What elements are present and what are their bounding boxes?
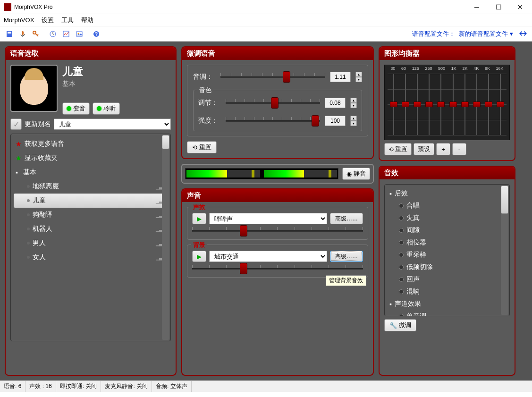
alias-label: 更新别名: [25, 120, 51, 128]
fx-group-aftereffects[interactable]: ▪后效: [388, 187, 507, 200]
bg-volume-thumb[interactable]: [240, 263, 247, 274]
menu-help[interactable]: 帮助: [81, 16, 93, 25]
window-title: MorphVOX Pro: [14, 4, 469, 10]
bg-play-button[interactable]: ▶: [192, 251, 206, 262]
pitch-label: 音调：: [193, 73, 216, 81]
strength-value[interactable]: 100: [325, 116, 346, 126]
eq-band-2k[interactable]: [463, 74, 467, 135]
fx-monotone[interactable]: 单音调: [388, 310, 507, 316]
pitch-thumb[interactable]: [283, 71, 290, 83]
tree-get-more[interactable]: ★获取更多语音: [14, 137, 168, 151]
adjust-slider[interactable]: [226, 99, 320, 107]
profile-select[interactable]: 新的语音配置文件: [459, 30, 513, 38]
scrollbar-thumb[interactable]: [162, 135, 169, 149]
tree-item-child[interactable]: 儿童▁▃▅: [14, 194, 168, 208]
alias-checkbox[interactable]: ✓: [10, 118, 22, 130]
pitch-spinner[interactable]: ▲▼: [355, 72, 362, 82]
eq-preset-button[interactable]: 预设: [414, 143, 434, 155]
tree-item-robot[interactable]: 机器人▁▃▅: [14, 222, 168, 236]
menu-tools[interactable]: 工具: [61, 16, 74, 25]
chart-icon[interactable]: [60, 28, 72, 40]
eq-band-500[interactable]: [439, 74, 443, 135]
effects-tree[interactable]: ▪后效 合唱 失真 间隙 相位器 重采样 低频切除 回声 混响 ▪声道效果 单音…: [384, 184, 510, 316]
menu-settings[interactable]: 设置: [42, 16, 54, 25]
eq-band-60[interactable]: [403, 74, 408, 135]
eq-band-1k[interactable]: [451, 74, 456, 135]
eq-band-16k[interactable]: [498, 74, 503, 135]
key-icon[interactable]: [30, 28, 42, 40]
clock-icon[interactable]: [47, 28, 59, 40]
alias-input[interactable]: 儿童: [54, 118, 171, 130]
fx-reverb[interactable]: 混响: [388, 286, 507, 298]
fx-echo[interactable]: 回声: [388, 273, 507, 286]
eq-minus-button[interactable]: -: [452, 143, 466, 155]
adjust-thumb[interactable]: [271, 97, 279, 109]
meter-panel: ◉静音: [181, 164, 374, 184]
adjust-value[interactable]: 0.08: [325, 98, 346, 108]
sfx-play-button[interactable]: ▶: [192, 213, 206, 224]
sfx-advanced-button[interactable]: 高级……: [330, 213, 363, 224]
strength-spinner[interactable]: ▲▼: [350, 116, 357, 126]
sfx-select[interactable]: 哔哔声: [209, 213, 327, 224]
statusbar: 语音: 6 声效 : 16 即按即通: 关闭 麦克风静音: 关闭 音频: 立体声: [0, 380, 532, 392]
strength-thumb[interactable]: [312, 115, 319, 127]
fx-phaser[interactable]: 相位器: [388, 237, 507, 249]
fx-distortion[interactable]: 失真: [388, 212, 507, 224]
minimize-button[interactable]: ─: [469, 1, 485, 13]
main-area: 语音选取 儿童 基本 变音 聆听 ✓ 更新别名 儿: [0, 42, 532, 380]
scrollbar[interactable]: [501, 186, 508, 315]
pitch-slider[interactable]: [220, 73, 325, 81]
eq-plus-button[interactable]: +: [436, 143, 450, 155]
status-ptt: 即按即通: 关闭: [56, 381, 101, 392]
scrollbar-thumb[interactable]: [501, 186, 508, 214]
fx-group-channel[interactable]: ▪声道效果: [388, 298, 507, 310]
fx-gap[interactable]: 间隙: [388, 224, 507, 237]
tree-item-demon[interactable]: 地狱恶魔▁▃▅: [14, 179, 168, 194]
help-icon[interactable]: ?: [91, 28, 102, 40]
bg-advanced-button[interactable]: 高级……: [330, 251, 363, 262]
eq-band-250[interactable]: [427, 74, 431, 135]
current-voice-name: 儿童: [62, 65, 171, 79]
listen-button[interactable]: 聆听: [93, 102, 120, 115]
bg-select[interactable]: 城市交通: [209, 251, 327, 262]
pitch-value[interactable]: 1.11: [330, 72, 351, 82]
pin-icon[interactable]: [519, 29, 528, 39]
sfx-volume-slider[interactable]: [192, 227, 363, 235]
tooltip: 管理背景音效: [326, 275, 366, 286]
image-icon[interactable]: [74, 28, 85, 40]
morph-button[interactable]: 变音: [62, 102, 90, 115]
eq-band-8k[interactable]: [486, 74, 491, 135]
tree-root-basic[interactable]: ▪基本: [14, 165, 168, 179]
timbre-title: 音色: [197, 86, 213, 94]
fx-lowcut[interactable]: 低频切除: [388, 261, 507, 273]
eq-band-30[interactable]: [391, 74, 396, 135]
effects-panel: 音效 ▪后效 合唱 失真 间隙 相位器 重采样 低频切除 回声 混响 ▪声道效果…: [379, 166, 515, 376]
eq-reset-button[interactable]: ⟲重置: [384, 143, 412, 155]
menu-morphvox[interactable]: MorphVOX: [4, 17, 34, 24]
eq-band-4k[interactable]: [474, 74, 479, 135]
vu-meter: [185, 168, 338, 179]
voice-tree[interactable]: ★获取更多语音 ★显示收藏夹 ▪基本 地狱恶魔▁▃▅ 儿童▁▃▅ 狗翻译▁▃▅ …: [10, 134, 171, 341]
tree-show-favorites[interactable]: ★显示收藏夹: [14, 151, 168, 165]
close-button[interactable]: ✕: [512, 1, 528, 13]
eq-band-125[interactable]: [415, 74, 420, 135]
mute-button[interactable]: ◉静音: [342, 168, 370, 180]
toolbar: ? 语音配置文件： 新的语音配置文件: [0, 26, 532, 42]
strength-slider[interactable]: [226, 117, 320, 125]
scrollbar[interactable]: [162, 135, 169, 340]
tree-item-woman[interactable]: 女人▁▃▅: [14, 250, 168, 264]
adjust-label: 调节：: [198, 99, 221, 107]
tree-item-dog[interactable]: 狗翻译▁▃▅: [14, 208, 168, 222]
maximize-button[interactable]: ☐: [490, 1, 507, 13]
effects-tweak-button[interactable]: 🔧微调: [384, 319, 416, 331]
tweak-reset-button[interactable]: ⟲重置: [187, 141, 217, 153]
save-icon[interactable]: [4, 28, 15, 40]
bg-volume-slider[interactable]: [192, 265, 363, 272]
fx-resample[interactable]: 重采样: [388, 249, 507, 261]
adjust-spinner[interactable]: ▲▼: [350, 98, 357, 108]
fx-chorus[interactable]: 合唱: [388, 200, 507, 212]
mic-icon[interactable]: [17, 28, 28, 40]
strength-label: 强度：: [198, 117, 221, 125]
sfx-volume-thumb[interactable]: [240, 225, 247, 237]
tree-item-man[interactable]: 男人▁▃▅: [14, 236, 168, 250]
